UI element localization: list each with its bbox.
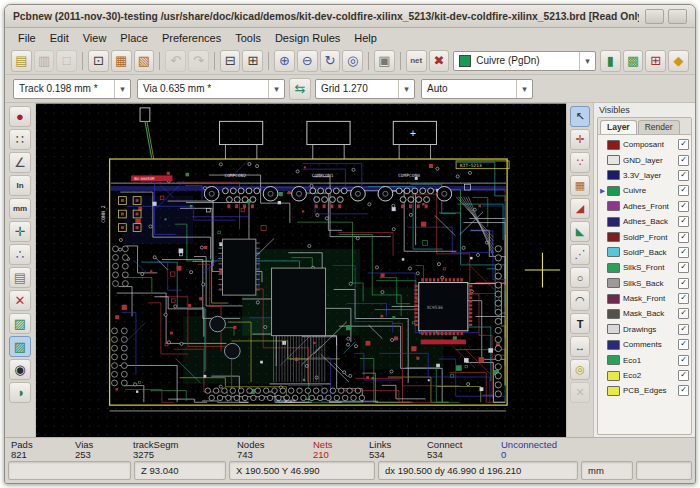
layer-visible-checkbox[interactable]: ✓ (678, 170, 689, 181)
menu-tools[interactable]: Tools (228, 30, 268, 46)
tab-render[interactable]: Render (638, 120, 680, 134)
chevron-down-icon[interactable]: ▾ (516, 80, 532, 98)
ratsnest-show-button[interactable]: ∴ (9, 244, 31, 265)
open-board-button[interactable]: ▤ (11, 50, 32, 72)
auto-track-width-button[interactable]: ⇆ (289, 78, 311, 100)
pads-sketch-button[interactable]: ◉ (9, 359, 31, 380)
zones-show-button[interactable]: ▨ (9, 313, 31, 334)
layer-row[interactable]: ▶Cuivre✓ (599, 183, 690, 198)
maximize-button[interactable] (645, 9, 664, 24)
layer-color-swatch[interactable] (607, 170, 620, 180)
page-settings-button[interactable]: ⊡ (88, 50, 109, 72)
module-editor-button[interactable]: ▦ (111, 50, 132, 72)
high-contrast-button[interactable]: ◑ (9, 382, 31, 403)
layer-color-swatch[interactable] (607, 247, 620, 257)
add-keepout-button[interactable]: ⋰ (570, 244, 590, 265)
via-size-select[interactable]: Via 0.635 mm *▾ (137, 79, 285, 99)
layer-row[interactable]: Mask_Back✓ (599, 306, 690, 321)
layer-row[interactable]: SoldP_Front✓ (599, 229, 690, 244)
menu-preferences[interactable]: Preferences (155, 30, 228, 46)
highlight-net-button[interactable]: ✛ (570, 129, 590, 150)
layer-visible-checkbox[interactable]: ✓ (678, 139, 689, 150)
layer-visible-checkbox[interactable]: ✓ (678, 324, 689, 335)
layer-visible-checkbox[interactable]: ✓ (678, 185, 689, 196)
layer-color-swatch[interactable] (607, 217, 620, 227)
layer-color-swatch[interactable] (607, 278, 620, 288)
layer-color-swatch[interactable] (607, 340, 620, 350)
find-button[interactable]: ▣ (374, 50, 395, 72)
layer-color-swatch[interactable] (607, 309, 620, 319)
layer-color-swatch[interactable] (607, 371, 620, 381)
layer-color-swatch[interactable] (607, 155, 620, 165)
layer-row[interactable]: Drawings✓ (599, 322, 690, 337)
grid-select[interactable]: Grid 1.270▾ (315, 79, 415, 99)
layer-row[interactable]: PCB_Edges✓ (599, 383, 690, 398)
plot-button[interactable]: ⊞ (242, 50, 263, 72)
cursor-shape-button[interactable]: ✛ (9, 221, 31, 242)
tab-layer[interactable]: Layer (600, 120, 637, 134)
layer-row[interactable]: 3.3V_layer✓ (599, 168, 690, 183)
menu-design-rules[interactable]: Design Rules (268, 30, 347, 46)
drc-ladybug-button[interactable]: ● (9, 106, 31, 127)
layer-row[interactable]: GND_layer✓ (599, 152, 690, 167)
layer-visible-checkbox[interactable]: ✓ (678, 355, 689, 366)
add-target-button[interactable]: ◎ (570, 359, 590, 380)
layer-row[interactable]: Adhes_Front✓ (599, 199, 690, 214)
select-tool-button[interactable]: ↖ (570, 106, 590, 127)
layer-visible-checkbox[interactable]: ✓ (678, 201, 689, 212)
polar-coords-button[interactable]: ∠ (9, 152, 31, 173)
layer-visible-checkbox[interactable]: ✓ (678, 339, 689, 350)
layer-select[interactable]: Cuivre (PgDn)▾ (453, 51, 596, 71)
units-mm-button[interactable]: mm (9, 198, 31, 219)
layer-visible-checkbox[interactable]: ✓ (678, 293, 689, 304)
zoom-in-button[interactable]: ⊕ (274, 50, 295, 72)
layer-row[interactable]: Eco2✓ (599, 368, 690, 383)
add-module-button[interactable]: ▦ (570, 175, 590, 196)
layer-color-swatch[interactable] (607, 232, 620, 242)
design-rules-button[interactable]: ◆ (668, 50, 689, 72)
add-circle-button[interactable]: ○ (570, 267, 590, 288)
layer-row[interactable]: Comments✓ (599, 337, 690, 352)
layer-color-swatch[interactable] (607, 140, 620, 150)
grid-frame-button[interactable]: ⊞ (645, 50, 666, 72)
layer-color-swatch[interactable] (607, 263, 620, 273)
netlist-button[interactable]: net (406, 50, 427, 72)
print-button[interactable]: ⊟ (220, 50, 241, 72)
add-track-button[interactable]: ◢ (570, 198, 590, 219)
menu-place[interactable]: Place (113, 30, 155, 46)
layer-visible-checkbox[interactable]: ✓ (678, 385, 689, 396)
add-arc-button[interactable]: ◠ (570, 290, 590, 311)
layer-visible-checkbox[interactable]: ✓ (678, 278, 689, 289)
drc-bug-button[interactable]: ✖ (429, 50, 450, 72)
menu-view[interactable]: View (76, 30, 114, 46)
zones-outline-button[interactable]: ▨ (9, 336, 31, 357)
chevron-down-icon[interactable]: ▾ (114, 80, 130, 98)
layer-visible-checkbox[interactable]: ✓ (678, 262, 689, 273)
zoom-fit-button[interactable]: ◎ (342, 50, 363, 72)
menu-help[interactable]: Help (347, 30, 384, 46)
autodel-tracks-button[interactable]: ✕ (9, 290, 31, 311)
close-button[interactable] (668, 9, 687, 24)
menu-file[interactable]: File (11, 30, 43, 46)
layer-row[interactable]: SilkS_Front✓ (599, 260, 690, 275)
title-bar[interactable]: Pcbnew (2011-nov-30)-testing /usr/share/… (5, 5, 695, 28)
layer-color-swatch[interactable] (607, 386, 620, 396)
layer-color-swatch[interactable] (607, 324, 620, 334)
layer-visible-checkbox[interactable]: ✓ (678, 232, 689, 243)
layer-row[interactable]: SilkS_Back✓ (599, 276, 690, 291)
layer-color-swatch[interactable] (607, 201, 620, 211)
redraw-button[interactable]: ↻ (320, 50, 341, 72)
layer-row[interactable]: Eco1✓ (599, 352, 690, 367)
module-viewer-button[interactable]: ▧ (134, 50, 155, 72)
local-ratsnest-button[interactable]: ∵ (570, 152, 590, 173)
add-dimension-button[interactable]: ↔ (570, 336, 590, 357)
grid-toggle-button[interactable]: ∷ (9, 129, 31, 150)
units-inch-button[interactable]: In (9, 175, 31, 196)
chevron-down-icon[interactable]: ▾ (268, 80, 284, 98)
layer-color-swatch[interactable] (607, 355, 620, 365)
module-ratsnest-show-button[interactable]: ▤ (9, 267, 31, 288)
layer-visible-checkbox[interactable]: ✓ (678, 216, 689, 227)
layer-row[interactable]: Composant✓ (599, 137, 690, 152)
module-ratsnest-button[interactable]: ▩ (623, 50, 644, 72)
layer-row[interactable]: Mask_Front✓ (599, 291, 690, 306)
